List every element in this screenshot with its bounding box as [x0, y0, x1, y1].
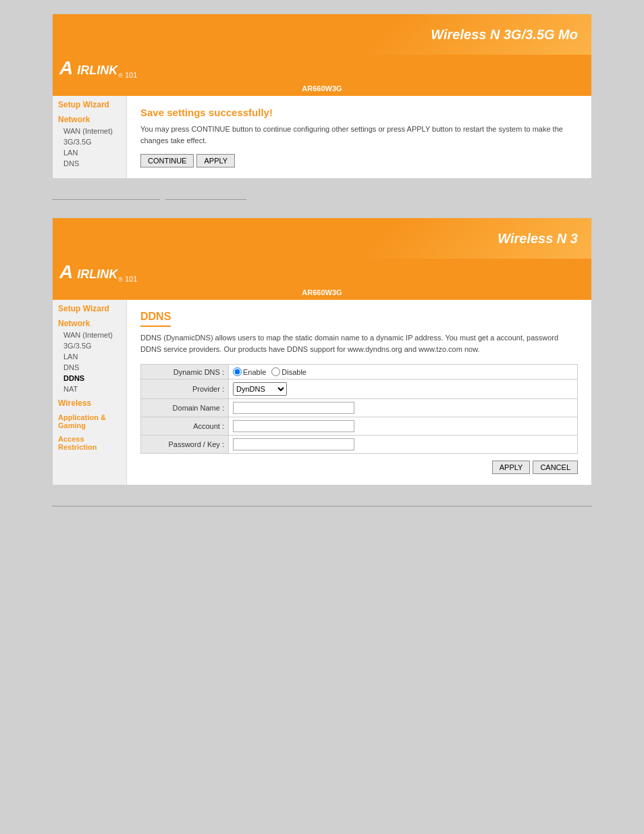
save-desc: You may press CONTINUE button to continu…	[140, 124, 578, 146]
provider-select[interactable]: DynDNS TZO	[233, 382, 287, 396]
dynamic-dns-row: Dynamic DNS : Enable Disable	[141, 365, 578, 380]
domain-name-row: Domain Name :	[141, 399, 578, 417]
radio-enable[interactable]	[233, 367, 242, 376]
password-row: Password / Key :	[141, 436, 578, 454]
logo-area-2: A IRLINK ® 101	[59, 261, 137, 283]
save-title: Save settings successfully!	[140, 107, 578, 118]
panel1-device-name: AR660W3G	[302, 84, 342, 93]
continue-button[interactable]: CONTINUE	[140, 154, 194, 167]
sidebar1-wan[interactable]: WAN (Internet)	[53, 126, 126, 136]
sidebar2-setup-wizard[interactable]: Setup Wizard	[53, 300, 126, 315]
account-label: Account :	[141, 417, 229, 436]
sidebar2-network-label: Network	[53, 315, 126, 330]
domain-name-input[interactable]	[233, 402, 354, 414]
sidebar2-wan[interactable]: WAN (Internet)	[53, 330, 126, 340]
account-input[interactable]	[233, 420, 354, 432]
panel1-main: Save settings successfully! You may pres…	[127, 96, 591, 178]
sidebar2-3g[interactable]: 3G/3.5G	[53, 340, 126, 351]
dynamic-dns-label: Dynamic DNS :	[141, 365, 229, 380]
sidebar2-ddns[interactable]: DDNS	[53, 373, 126, 384]
panel2-main: DDNS DDNS (DynamicDNS) allows users to m…	[127, 300, 591, 485]
account-row: Account :	[141, 417, 578, 436]
radio-enable-text: Enable	[243, 368, 266, 376]
sidebar1-dns[interactable]: DNS	[53, 158, 126, 169]
panel2-sidebar: Setup Wizard Network WAN (Internet) 3G/3…	[53, 300, 127, 485]
sidebar2-app-label[interactable]: Application & Gaming	[53, 409, 126, 431]
radio-disable[interactable]	[271, 367, 280, 376]
radio-enable-label[interactable]: Enable	[233, 367, 266, 376]
radio-disable-text: Disable	[281, 368, 306, 376]
ddns-form-table: Dynamic DNS : Enable Disable	[140, 364, 578, 454]
sidebar2-dns[interactable]: DNS	[53, 362, 126, 373]
password-label: Password / Key :	[141, 436, 229, 454]
panel1-sidebar: Setup Wizard Network WAN (Internet) 3G/3…	[53, 96, 127, 178]
domain-name-label: Domain Name :	[141, 399, 229, 417]
sidebar1-3g[interactable]: 3G/3.5G	[53, 136, 126, 147]
logo-area-1: A IRLINK ® 101	[59, 57, 137, 79]
apply-button-1[interactable]: APPLY	[196, 154, 235, 167]
radio-disable-label[interactable]: Disable	[271, 367, 306, 376]
ddns-desc: DDNS (DynamicDNS) allows users to map th…	[140, 332, 578, 355]
apply-button-2[interactable]: APPLY	[492, 461, 531, 474]
sidebar2-lan[interactable]: LAN	[53, 351, 126, 362]
sidebar1-lan[interactable]: LAN	[53, 147, 126, 158]
sidebar2-wireless-label[interactable]: Wireless	[53, 394, 126, 409]
sidebar1-network-label: Network	[53, 111, 126, 126]
sidebar2-access-label[interactable]: Access Restriction	[53, 431, 126, 452]
sidebar2-nat[interactable]: NAT	[53, 384, 126, 394]
panel2-header-title: Wireless N 3	[498, 231, 578, 246]
panel2-device-name: AR660W3G	[302, 288, 342, 296]
sidebar1-setup-wizard[interactable]: Setup Wizard	[53, 96, 126, 111]
provider-label: Provider :	[141, 380, 229, 399]
panel1-header-title: Wireless N 3G/3.5G Mo	[431, 27, 578, 43]
cancel-button[interactable]: CANCEL	[533, 461, 578, 474]
password-input[interactable]	[233, 438, 354, 450]
ddns-title: DDNS	[140, 311, 171, 327]
provider-row: Provider : DynDNS TZO	[141, 380, 578, 399]
